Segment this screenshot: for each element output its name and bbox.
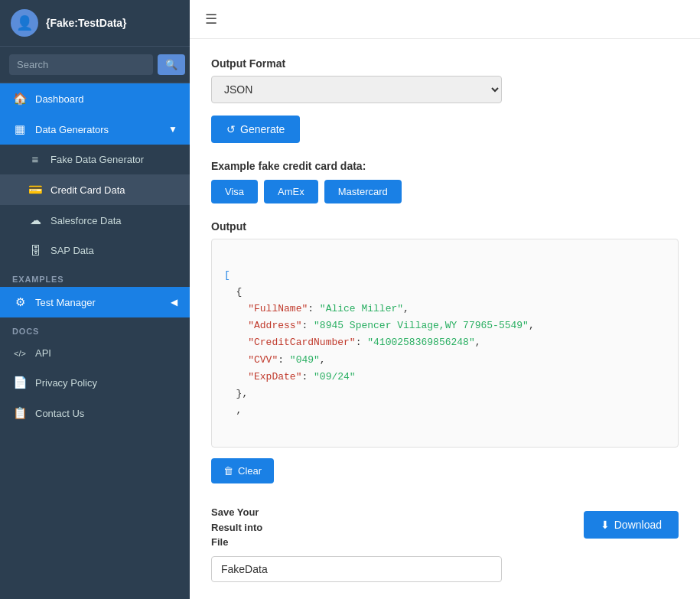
code-icon: </> (12, 349, 28, 358)
example-label: Example fake credit card data: (211, 160, 679, 172)
sidebar-header: 👤 {Fake:TestData} (0, 0, 190, 47)
database-icon: 🗄 (28, 244, 43, 257)
sidebar-item-contact-us[interactable]: 📋 Contact Us (0, 398, 190, 428)
clear-label: Clear (238, 465, 262, 477)
gear-icon: ⚙ (12, 295, 28, 309)
chevron-down-icon: ▼ (168, 124, 177, 135)
sidebar-item-salesforce-data[interactable]: ☁ Salesforce Data (0, 205, 190, 236)
save-label: Save YourResult intoFile (211, 505, 502, 550)
sidebar-item-label: API (35, 347, 51, 359)
grid-icon: ▦ (12, 122, 28, 136)
generate-icon: ↺ (226, 123, 236, 135)
search-button[interactable]: 🔍 (158, 54, 185, 75)
dashboard-icon: 🏠 (12, 92, 28, 106)
sidebar-item-dashboard[interactable]: 🏠 Dashboard (0, 83, 190, 114)
sidebar-title: {Fake:TestData} (46, 17, 127, 29)
document-icon: 📄 (12, 376, 28, 389)
avatar-icon: 👤 (16, 15, 33, 31)
sidebar: 👤 {Fake:TestData} 🔍 🏠 Dashboard ▦ Data G… (0, 0, 190, 599)
save-section: Save YourResult intoFile (211, 505, 502, 582)
avatar: 👤 (11, 9, 38, 37)
main-content: ☰ Output Format JSON ↺ Generate Example … (190, 0, 700, 599)
sidebar-item-sap-data[interactable]: 🗄 SAP Data (0, 236, 190, 265)
sidebar-item-label: Credit Card Data (50, 184, 125, 196)
sidebar-item-label: Contact Us (35, 408, 84, 419)
output-format-section: Output Format JSON (211, 57, 679, 103)
topbar: ☰ (190, 0, 700, 39)
sidebar-item-fake-data-generator[interactable]: ≡ Fake Data Generator (0, 145, 190, 174)
download-button[interactable]: ⬇ Download (584, 511, 679, 539)
card-type-buttons: Visa AmEx Mastercard (211, 180, 679, 203)
sidebar-item-test-manager[interactable]: ⚙ Test Manager ◀ (0, 287, 190, 317)
content-area: Output Format JSON ↺ Generate Example fa… (190, 39, 700, 599)
format-select[interactable]: JSON (211, 76, 502, 103)
sidebar-item-label: Privacy Policy (35, 377, 97, 389)
clear-button[interactable]: 🗑 Clear (211, 458, 274, 483)
sidebar-item-credit-card-data[interactable]: 💳 Credit Card Data (0, 174, 190, 205)
section-label-docs: DOCS (0, 317, 190, 339)
download-label: Download (614, 519, 662, 531)
credit-card-icon: 💳 (28, 183, 43, 197)
sidebar-item-label: Test Manager (35, 297, 96, 308)
section-label-examples: EXAMPLES (0, 265, 190, 287)
mastercard-button[interactable]: Mastercard (324, 180, 402, 203)
sidebar-item-api[interactable]: </> API (0, 339, 190, 367)
list-icon: ≡ (28, 153, 43, 166)
search-input[interactable] (9, 54, 153, 75)
trash-icon: 🗑 (223, 465, 233, 477)
sidebar-item-label: Data Generators (35, 124, 109, 135)
hamburger-button[interactable]: ☰ (205, 11, 217, 28)
generate-button[interactable]: ↺ Generate (211, 116, 300, 143)
sidebar-item-privacy-policy[interactable]: 📄 Privacy Policy (0, 367, 190, 398)
sidebar-item-label: Fake Data Generator (50, 154, 144, 165)
sidebar-item-label: Salesforce Data (50, 215, 122, 226)
download-icon: ⬇ (601, 519, 610, 531)
sidebar-item-label: Dashboard (35, 93, 84, 105)
cloud-icon: ☁ (28, 213, 43, 227)
sidebar-search-bar: 🔍 (0, 47, 190, 83)
sidebar-item-data-generators[interactable]: ▦ Data Generators ▼ (0, 114, 190, 145)
contact-icon: 📋 (12, 406, 28, 420)
output-label: Output (211, 220, 679, 233)
generate-label: Generate (240, 123, 285, 135)
save-download-row: Save YourResult intoFile ⬇ Download (211, 505, 679, 582)
amex-button[interactable]: AmEx (264, 180, 318, 203)
visa-button[interactable]: Visa (211, 180, 258, 203)
sidebar-item-label: SAP Data (50, 245, 94, 256)
output-box: [ { "FullName": "Alice Miller", "Address… (211, 239, 679, 448)
output-format-label: Output Format (211, 57, 679, 70)
chevron-left-icon: ◀ (171, 297, 177, 308)
filename-input[interactable] (211, 556, 502, 582)
